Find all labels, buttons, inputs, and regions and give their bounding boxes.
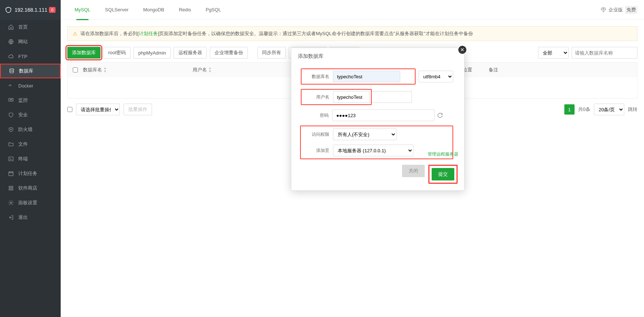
phpmyadmin-button[interactable]: phpMyAdmin <box>133 47 171 59</box>
nav-website[interactable]: 网站 <box>0 34 61 49</box>
svg-rect-8 <box>9 157 13 161</box>
modal-submit-btn[interactable]: 提交 <box>432 168 454 180</box>
panel-logo-icon <box>5 7 12 13</box>
permission-select[interactable]: 所有人(不安全) <box>333 128 397 140</box>
free-tag: 免费 <box>625 6 637 14</box>
root-password-button[interactable]: root密码 <box>103 47 130 59</box>
dbname-input[interactable] <box>333 71 400 82</box>
svg-rect-2 <box>9 85 10 86</box>
logout-icon <box>8 215 14 220</box>
modal-close-btn[interactable]: 关闭 <box>402 165 425 177</box>
monitor-icon <box>8 97 14 103</box>
svg-rect-5 <box>10 84 11 85</box>
tab-redis[interactable]: Redis <box>171 0 198 20</box>
nav-monitor[interactable]: 监控 <box>0 93 61 108</box>
shield-icon <box>8 112 14 118</box>
username-input[interactable] <box>333 91 370 103</box>
svg-point-14 <box>10 202 12 204</box>
add-database-modal: ✕ 添加数据库 数据库名 utf8mb4 用户名 <box>291 48 465 191</box>
label-permission: 访问权限 <box>303 131 329 138</box>
svg-rect-12 <box>9 189 11 190</box>
nav-database[interactable]: 数据库 <box>0 64 61 78</box>
refresh-icon <box>437 112 443 118</box>
edition-label: 企业版 <box>609 7 623 13</box>
sort-icon: ▲▼ <box>103 67 107 73</box>
terminal-icon <box>8 156 14 162</box>
total-count: 共0条 <box>578 106 590 113</box>
nav-home[interactable]: 首页 <box>0 20 61 34</box>
svg-rect-13 <box>11 189 13 190</box>
svg-rect-10 <box>9 186 11 188</box>
grid-icon <box>8 185 14 191</box>
sync-all-button[interactable]: 同步所有 <box>257 47 286 59</box>
home-icon <box>8 24 14 30</box>
nav-cron[interactable]: 计划任务 <box>0 166 61 181</box>
batch-select[interactable]: 请选择批量操作 <box>76 104 120 115</box>
nav-terminal[interactable]: 终端 <box>0 152 61 166</box>
modal-close-button[interactable]: ✕ <box>458 45 467 55</box>
sidebar: 192.168.1.111 0 首页 网站 FTP 数据库 Docker 监控 … <box>0 0 61 317</box>
tab-mysql[interactable]: MySQL <box>67 0 98 20</box>
batch-action-button[interactable]: 批量操作 <box>124 104 152 115</box>
nav-settings[interactable]: 面板设置 <box>0 195 61 210</box>
tab-mongodb[interactable]: MongoDB <box>136 0 172 20</box>
addto-select[interactable]: 本地服务器 (127.0.0.1) <box>333 145 413 156</box>
svg-point-7 <box>11 129 12 130</box>
page-1[interactable]: 1 <box>564 104 575 115</box>
folder-icon <box>8 141 14 147</box>
nav-logout[interactable]: 退出 <box>0 210 61 225</box>
charset-select[interactable]: utf8mb4 <box>418 71 453 82</box>
db-tabs: MySQL SQLServer MongoDB Redis PgSQL 企业版 … <box>61 0 644 20</box>
col-note: 备注 <box>489 67 632 73</box>
tab-pgsql[interactable]: PgSQL <box>198 0 228 20</box>
nav-firewall[interactable]: 防火墙 <box>0 122 61 137</box>
nav-ftp[interactable]: FTP <box>0 49 61 64</box>
manage-remote-link[interactable]: 管理远程服务器 <box>428 152 458 157</box>
sidebar-header: 192.168.1.111 0 <box>0 0 61 20</box>
svg-rect-4 <box>11 85 11 86</box>
password-input[interactable] <box>332 109 435 121</box>
notification-badge[interactable]: 0 <box>49 7 56 13</box>
per-page-select[interactable]: 20条/页 <box>594 104 624 115</box>
sort-icon: ▲▼ <box>208 67 212 73</box>
modal-title: 添加数据库 <box>291 48 464 65</box>
tab-sqlserver[interactable]: SQLServer <box>98 0 136 20</box>
calendar-icon <box>8 171 14 176</box>
nav-security[interactable]: 安全 <box>0 108 61 122</box>
nav-software[interactable]: 软件商店 <box>0 181 61 195</box>
label-pass: 密码 <box>302 112 329 119</box>
globe-icon <box>8 39 14 45</box>
search-input[interactable] <box>572 47 637 59</box>
svg-rect-11 <box>11 186 13 188</box>
nav-docker[interactable]: Docker <box>0 78 61 93</box>
sidebar-nav: 首页 网站 FTP 数据库 Docker 监控 安全 防火墙 文件 终端 计划任… <box>0 20 61 317</box>
select-all-checkbox[interactable] <box>73 67 78 72</box>
warning-banner: ⚠ 请在添加数据库后，务必到[计划任务]页面添加定时备份任务，以确保您的数据安全… <box>67 26 637 41</box>
col-name[interactable]: 数据库名▲▼ <box>83 67 193 73</box>
jump-label: 跳转 <box>628 106 637 113</box>
svg-point-1 <box>10 68 14 70</box>
docker-icon <box>8 83 14 89</box>
database-icon <box>9 68 15 74</box>
batch-checkbox[interactable] <box>67 107 72 112</box>
firewall-icon <box>8 127 14 133</box>
remote-server-button[interactable]: 远程服务器 <box>174 47 207 59</box>
main: MySQL SQLServer MongoDB Redis PgSQL 企业版 … <box>61 0 644 317</box>
diamond-icon <box>601 7 606 13</box>
svg-rect-3 <box>10 85 11 86</box>
label-dbname: 数据库名 <box>303 74 329 80</box>
banner-cron-link[interactable]: 计划任务 <box>139 31 158 36</box>
label-addto: 添加至 <box>303 148 329 154</box>
add-database-button[interactable]: 添加数据库 <box>67 47 101 59</box>
server-ip: 192.168.1.111 <box>15 7 49 13</box>
pagination: 1 共0条 20条/页 跳转 <box>564 104 637 115</box>
svg-rect-9 <box>9 172 13 176</box>
gear-icon <box>8 200 14 206</box>
regenerate-password-button[interactable] <box>437 112 443 119</box>
nav-files[interactable]: 文件 <box>0 137 61 152</box>
incremental-backup-button[interactable]: 企业增量备份 <box>210 47 248 59</box>
filter-select[interactable]: 全部 <box>538 47 569 59</box>
cloud-icon <box>8 53 14 59</box>
warning-icon: ⚠ <box>73 31 77 37</box>
label-user: 用户名 <box>303 94 329 100</box>
